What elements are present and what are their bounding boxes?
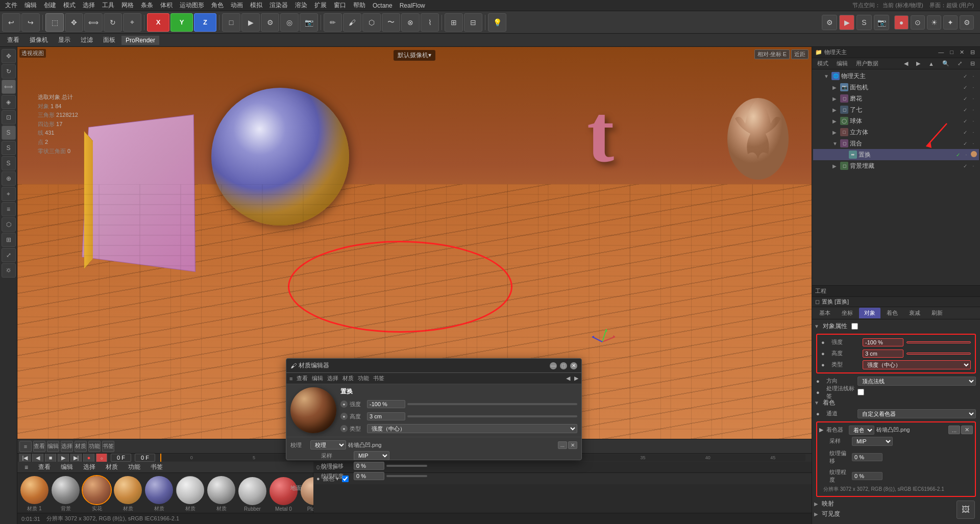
menu-mode[interactable]: 模式 [60,0,79,11]
render-active-btn[interactable]: S [856,15,872,30]
render-all-btn[interactable]: 📷 [874,15,889,30]
display-menu[interactable]: 显示 [54,35,75,45]
props-tab-object[interactable]: 对象 [859,308,880,318]
props-tab-color[interactable]: 着色 [881,308,903,318]
keyframe-btn[interactable]: ⬦ [96,454,107,462]
tree-arrow-qi[interactable]: ▶ [832,107,839,113]
material-ball-7[interactable] [207,476,235,504]
prop-section-mapping-header[interactable]: ▶ 映射 [814,499,978,509]
tree-vis-check-bl[interactable]: ✓ [962,140,969,147]
sidebar-btn-11[interactable]: ⤢ [2,248,16,262]
stop-btn[interactable]: ■ [45,454,56,462]
tl-bookmark-btn[interactable]: 书签 [102,441,114,452]
menu-mesh[interactable]: 网格 [118,0,137,11]
prop-section-vis-header[interactable]: ▶ 可见度 [814,509,978,519]
sidebar-btn-6[interactable]: ⊕ [2,171,16,186]
tree-vis-check-dis[interactable]: ✓ [954,151,962,158]
material-item-6[interactable]: 材质 [176,476,204,512]
toolbar-mode-btn1[interactable]: ● [894,15,909,30]
sidebar-btn-scale[interactable]: ⟺ [2,80,16,94]
sampler-select-right[interactable]: MIP [852,437,893,446]
rp-nav-side[interactable]: ⊟ [968,60,977,67]
sidebar-btn-7[interactable]: ⌖ [2,187,16,201]
move-tool-button[interactable]: ✥ [65,13,83,32]
menu-ext[interactable]: 扩展 [311,0,330,11]
mat-select-item[interactable]: 选择 [79,462,100,472]
mat-ed-func[interactable]: 功能 [358,375,369,382]
tl-select-btn[interactable]: 选择 [61,441,73,452]
tree-vis-check-sp[interactable]: ✓ [962,117,969,124]
shader-type-select[interactable]: 着色器 [849,426,874,435]
mat-ed-edit[interactable]: 编辑 [312,375,323,382]
material-ball-rubber1[interactable] [238,477,266,505]
sidebar-btn-9[interactable]: ⬡ [2,217,16,232]
tree-item-sphere[interactable]: ▶ ◯ 球体 ✓ · [813,115,979,127]
tree-vis-dot-sp[interactable]: · [970,117,977,124]
tree-item-background[interactable]: ▶ ◻ 背景埋藏 ✓ · [813,160,979,171]
mat-ed-offsetv-slider[interactable] [386,475,427,477]
rp-nav-fullscreen[interactable]: ⤢ [955,60,964,67]
tl-func-btn[interactable]: 功能 [88,441,101,452]
menu-sim[interactable]: 模拟 [247,0,265,11]
nurbs-btn[interactable]: ⊗ [401,13,420,32]
tree-vis-check-mh[interactable]: ✓ [962,95,969,102]
material-ball-3[interactable] [83,476,111,504]
mat-ed-menu-icon[interactable]: ≡ [289,376,292,382]
tree-item-cube[interactable]: ▶ □ 立方体 ✓ · [813,127,979,138]
tree-arrow-bg[interactable]: ▶ [832,163,839,169]
prop-height-slider[interactable] [906,353,971,355]
cube-btn[interactable]: □ [222,13,240,32]
end-frame-input[interactable] [135,454,155,462]
prop-section-obj-check[interactable] [851,323,858,330]
tree-vis-check-scene[interactable]: ✓ [962,72,969,80]
spline-btn[interactable]: 〜 [382,13,400,32]
mode-tab-user[interactable]: 用户数据 [854,59,880,68]
mat-ed-strength-slider[interactable] [407,403,577,405]
sidebar-btn-4[interactable]: S [2,141,16,155]
z-axis-btn[interactable]: Z [194,13,216,32]
grid-btn[interactable]: ⊞ [445,13,463,32]
mat-editor-maximize-btn[interactable]: □ [560,362,567,369]
rp-nav-up[interactable]: ▲ [926,60,936,67]
mat-ed-height-input[interactable] [367,412,405,420]
tree-vis-check-cam[interactable]: ✓ [962,84,969,91]
texture-clear-btn[interactable]: ✕ [568,441,577,449]
prop-input-strength[interactable] [863,338,903,346]
material-item-1[interactable]: 材质 1 [20,476,48,512]
undo-button[interactable]: ↩ [2,13,20,32]
material-ball-1[interactable] [20,476,48,504]
material-item-8[interactable]: Rubber [238,477,266,512]
tree-item-camera[interactable]: ▶ 📷 面包机 ✓ · [813,82,979,93]
tree-vis-check-qi[interactable]: ✓ [962,106,969,113]
rp-minimize-btn[interactable]: — [936,48,946,56]
tree-arrow-cu[interactable]: ▶ [832,130,839,135]
viewport-mode-btn[interactable]: 相对·坐标 E [754,49,790,59]
anim-btn[interactable]: ▶ [241,13,260,32]
tl-view-btn[interactable]: 查看 [33,441,45,452]
props-tab-basic[interactable]: 基本 [814,308,836,318]
mat-edit-item[interactable]: 编辑 [57,462,77,472]
tile-btn[interactable]: ⊟ [464,13,482,32]
tree-item-mohua[interactable]: ▶ ◻ 磨花 ✓ · [813,93,979,104]
sidebar-btn-10[interactable]: ⊞ [2,233,16,247]
null-btn[interactable]: ◎ [280,13,299,32]
mat-ed-mat[interactable]: 材质 [342,375,354,382]
ipr-btn[interactable]: ▶ [839,15,854,30]
menu-octane[interactable]: Octane [370,1,396,10]
material-item-2[interactable]: 背景 [52,476,80,512]
menu-select[interactable]: 选择 [80,0,98,11]
mat-ed-strength-input[interactable] [367,400,405,408]
rp-close-btn[interactable]: ✕ [958,48,966,56]
tree-vis-dot-bl[interactable]: · [970,140,977,147]
tl-edit-btn[interactable]: 编辑 [47,441,59,452]
mat-ed-texture-type-select[interactable]: 校理 [310,440,346,450]
rotate-tool-button[interactable]: ↻ [104,13,122,32]
tree-vis-mat-dis[interactable] [971,151,977,157]
texture-load-btn[interactable]: ... [558,441,567,449]
texture-load-right-btn[interactable]: ... [948,426,960,434]
toolbar-mode-btn2[interactable]: ⊙ [911,15,925,30]
tree-vis-dot-mh[interactable]: · [970,95,977,102]
tree-item-displacement[interactable]: ⬌ 置换 ✓ · [813,149,979,160]
menu-render[interactable]: 渲染器 [266,0,291,11]
viewport-near-btn[interactable]: 近距 [791,49,808,59]
